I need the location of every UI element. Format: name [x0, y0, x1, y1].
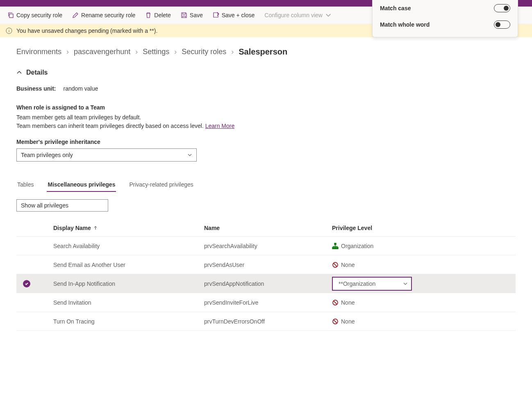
- pencil-icon: [72, 12, 79, 18]
- cell-display-name: Turn On Tracing: [36, 318, 204, 325]
- table-row[interactable]: Send Email as Another UserprvSendAsUserN…: [16, 255, 516, 274]
- sort-asc-icon: [93, 226, 98, 230]
- chevron-down-icon: [325, 12, 332, 18]
- main-content: Environments › pascavengerhunt › Setting…: [0, 37, 532, 341]
- chevron-up-icon: [16, 70, 22, 75]
- save-button[interactable]: Save: [177, 10, 207, 20]
- cell-display-name: Send Invitation: [36, 299, 204, 306]
- crumb-current: Salesperson: [239, 47, 287, 57]
- breadcrumb-separator: ›: [135, 48, 138, 56]
- privilege-value: Organization: [332, 243, 373, 249]
- privileges-table: Display Name Name Privilege Level Search…: [16, 220, 516, 331]
- team-assignment-header: When role is assigned to a Team: [16, 104, 516, 111]
- svg-rect-2: [334, 243, 336, 245]
- find-options-panel: Match case Match whole word: [372, 0, 518, 37]
- th-privilege-level[interactable]: Privilege Level: [332, 225, 516, 231]
- save-close-button[interactable]: Save + close: [209, 10, 259, 20]
- learn-more-link[interactable]: Learn More: [205, 123, 235, 129]
- cell-name: prvSearchAvailability: [204, 243, 332, 249]
- save-close-label: Save + close: [222, 12, 255, 18]
- row-select-cell[interactable]: [16, 280, 36, 287]
- privilege-value: None: [332, 262, 355, 268]
- rename-label: Rename security role: [81, 12, 135, 18]
- table-row[interactable]: Send In-App NotificationprvSendAppNotifi…: [16, 274, 516, 293]
- notice-text: You have unsaved changes pending (marked…: [16, 27, 157, 34]
- cell-display-name: Send Email as Another User: [36, 262, 204, 268]
- match-whole-label: Match whole word: [380, 21, 430, 28]
- info-icon: [6, 27, 12, 34]
- cell-privilege: **Organization: [332, 277, 516, 291]
- privilege-level-select[interactable]: **Organization: [332, 277, 412, 291]
- cell-name: prvSendAppNotification: [204, 280, 332, 287]
- save-label: Save: [190, 12, 203, 18]
- copy-security-role-button[interactable]: Copy security role: [3, 10, 66, 20]
- delete-button[interactable]: Delete: [141, 10, 175, 20]
- match-case-toggle[interactable]: [494, 4, 510, 12]
- copy-icon: [7, 12, 14, 18]
- filter-value: Show all privileges: [21, 202, 68, 209]
- inheritance-value: Team privileges only: [21, 152, 73, 158]
- svg-rect-0: [9, 14, 13, 18]
- team-line2: Team members can inherit team privileges…: [16, 123, 205, 129]
- match-whole-word-row: Match whole word: [380, 16, 510, 33]
- privilege-value: None: [332, 318, 355, 325]
- trash-icon: [145, 12, 152, 18]
- inheritance-label: Member's privilege inheritance: [16, 139, 516, 145]
- breadcrumb-separator: ›: [231, 48, 234, 56]
- copy-label: Copy security role: [16, 12, 62, 18]
- inheritance-dropdown[interactable]: Team privileges only: [16, 148, 197, 162]
- team-line1: Team member gets all team privileges by …: [16, 114, 141, 121]
- svg-rect-5: [336, 247, 338, 249]
- table-row[interactable]: Send InvitationprvSendInviteForLiveNone: [16, 293, 516, 312]
- privilege-value: None: [332, 299, 355, 306]
- match-whole-word-toggle[interactable]: [494, 21, 510, 29]
- save-icon: [181, 12, 187, 18]
- table-header-row: Display Name Name Privilege Level: [16, 220, 516, 237]
- svg-rect-4: [334, 247, 336, 249]
- cell-name: prvSendAsUser: [204, 262, 332, 268]
- cell-display-name: Send In-App Notification: [36, 280, 204, 287]
- cell-privilege: None: [332, 299, 516, 306]
- breadcrumb: Environments › pascavengerhunt › Setting…: [16, 47, 516, 57]
- privilege-tabs: Tables Miscellaneous privileges Privacy-…: [16, 178, 516, 192]
- rename-security-role-button[interactable]: Rename security role: [68, 10, 139, 20]
- cell-name: prvTurnDevErrorsOnOff: [204, 318, 332, 325]
- th-name[interactable]: Name: [204, 225, 332, 231]
- tab-misc-privileges[interactable]: Miscellaneous privileges: [47, 178, 116, 192]
- breadcrumb-separator: ›: [174, 48, 177, 56]
- crumb-security-roles[interactable]: Security roles: [182, 48, 226, 56]
- checkmark-icon: [23, 280, 30, 287]
- crumb-env-name[interactable]: pascavengerhunt: [74, 48, 130, 56]
- team-assignment-text: Team member gets all team privileges by …: [16, 113, 516, 130]
- cell-privilege: None: [332, 318, 516, 325]
- cell-display-name: Search Availability: [36, 243, 204, 249]
- business-unit-field: Business unit: random value: [16, 85, 516, 92]
- business-unit-value: random value: [63, 85, 98, 92]
- chevron-down-icon: [187, 153, 192, 157]
- th-select: [16, 225, 36, 231]
- cell-name: prvSendInviteForLive: [204, 299, 332, 306]
- match-case-label: Match case: [380, 5, 411, 11]
- save-close-icon: [213, 12, 219, 18]
- table-row[interactable]: Turn On TracingprvTurnDevErrorsOnOffNone: [16, 312, 516, 331]
- details-toggle[interactable]: Details: [16, 69, 516, 76]
- business-unit-label: Business unit:: [16, 85, 56, 92]
- tab-tables[interactable]: Tables: [16, 178, 34, 192]
- crumb-environments[interactable]: Environments: [16, 48, 61, 56]
- table-row[interactable]: Search AvailabilityprvSearchAvailability…: [16, 237, 516, 255]
- cell-privilege: Organization: [332, 243, 516, 249]
- delete-label: Delete: [154, 12, 171, 18]
- cell-privilege: None: [332, 262, 516, 268]
- chevron-down-icon: [403, 281, 408, 286]
- svg-rect-3: [332, 247, 334, 249]
- breadcrumb-separator: ›: [66, 48, 69, 56]
- details-header-label: Details: [26, 69, 48, 76]
- th-display-name[interactable]: Display Name: [36, 225, 204, 231]
- tab-privacy-privileges[interactable]: Privacy-related privileges: [128, 178, 194, 192]
- configure-column-view-button[interactable]: Configure column view: [260, 10, 336, 20]
- privilege-filter-dropdown[interactable]: Show all privileges: [16, 199, 108, 212]
- match-case-row: Match case: [380, 0, 510, 16]
- configure-label: Configure column view: [264, 12, 323, 18]
- crumb-settings[interactable]: Settings: [143, 48, 169, 56]
- th-display-name-label: Display Name: [53, 225, 91, 231]
